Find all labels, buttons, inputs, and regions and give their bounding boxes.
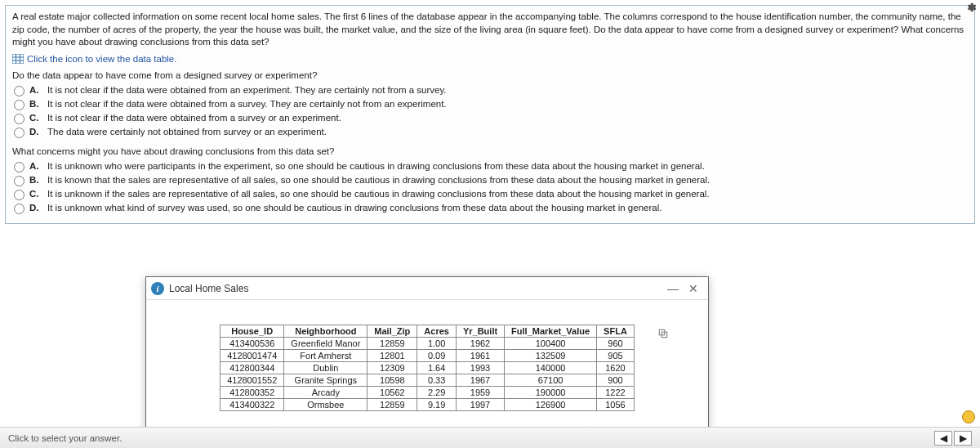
dialog-title: Local Home Sales (169, 283, 662, 294)
info-icon: i (151, 282, 164, 295)
option-letter: D. (29, 203, 42, 213)
table-header-row: House_IDNeighborhoodMail_ZipAcresYr_Buil… (220, 325, 635, 338)
table-cell: 1961 (456, 350, 504, 362)
table-header-cell: Full_Market_Value (505, 325, 597, 338)
table-cell: 12859 (368, 338, 417, 350)
table-row: 412800352Arcady105622.2919591900001222 (220, 387, 635, 399)
option-text: It is not clear if the data were obtaine… (47, 113, 341, 123)
option-text: It is unknown who were participants in t… (47, 161, 705, 171)
feedback-smiley-icon[interactable] (962, 410, 975, 423)
q1-option-b[interactable]: B.It is not clear if the data were obtai… (14, 99, 968, 110)
table-cell: 9.19 (417, 399, 457, 411)
close-button[interactable]: ✕ (684, 282, 703, 295)
q2-radio-d[interactable] (14, 204, 24, 214)
dialog-body: House_IDNeighborhoodMail_ZipAcresYr_Buil… (146, 300, 708, 419)
table-cell: 2.29 (417, 387, 457, 399)
q2-option-d[interactable]: D.It is unknown what kind of survey was … (14, 203, 968, 214)
q2-radio-c[interactable] (14, 190, 24, 200)
option-letter: C. (29, 189, 42, 199)
table-cell: 900 (597, 374, 635, 387)
table-cell: 100400 (505, 338, 597, 350)
minimize-button[interactable]: — (662, 282, 684, 295)
q1-radio-b[interactable] (14, 100, 24, 110)
table-row: 4128001552Granite Springs105980.33196767… (220, 374, 635, 387)
table-cell: Granite Springs (284, 374, 368, 387)
data-table-dialog: i Local Home Sales — ✕ House_IDNeighborh… (145, 276, 709, 440)
option-text: It is not clear if the data were obtaine… (47, 99, 447, 109)
q2-prompt: What concerns might you have about drawi… (12, 146, 968, 156)
table-cell: Ormsbee (284, 399, 368, 411)
option-text: It is unknown if the sales are represent… (47, 189, 710, 199)
table-cell: 0.33 (417, 374, 457, 387)
dialog-header: i Local Home Sales — ✕ (146, 277, 708, 300)
table-header-cell: SFLA (597, 325, 635, 338)
q1-prompt: Do the data appear to have come from a d… (12, 70, 968, 80)
q2-radio-b[interactable] (14, 176, 24, 186)
option-text: It is known that the sales are represent… (47, 175, 710, 185)
table-cell: 1993 (456, 362, 504, 374)
table-icon (12, 54, 24, 64)
table-cell: 4128001474 (220, 350, 284, 362)
question-intro: A real estate major collected informatio… (12, 11, 968, 49)
option-letter: C. (29, 113, 42, 123)
table-cell: 1056 (597, 399, 635, 411)
q1-radio-c[interactable] (14, 114, 24, 124)
table-row: 413400536Greenfield Manor128591.00196210… (220, 338, 635, 350)
option-text: The data were certainly not obtained fro… (47, 127, 327, 137)
q2-option-a[interactable]: A.It is unknown who were participants in… (14, 161, 968, 172)
option-letter: B. (29, 175, 42, 185)
next-button[interactable]: ▶ (954, 431, 972, 446)
table-cell: 1959 (456, 387, 504, 399)
table-header-cell: Yr_Built (456, 325, 504, 338)
q1-option-d[interactable]: D.The data were certainly not obtained f… (14, 127, 968, 138)
option-letter: B. (29, 99, 42, 109)
table-cell: 1222 (597, 387, 635, 399)
table-cell: 1620 (597, 362, 635, 374)
table-row: 412800344Dublin123091.6419931400001620 (220, 362, 635, 374)
q1-option-a[interactable]: A.It is not clear if the data were obtai… (14, 85, 968, 96)
q1-radio-a[interactable] (14, 86, 24, 96)
data-table: House_IDNeighborhoodMail_ZipAcresYr_Buil… (220, 325, 635, 411)
table-cell: 132509 (505, 350, 597, 362)
table-cell: 412800344 (220, 362, 284, 374)
table-cell: 1967 (456, 374, 504, 387)
settings-area (965, 2, 977, 15)
option-letter: A. (29, 85, 42, 95)
table-cell: 412800352 (220, 387, 284, 399)
table-header-cell: House_ID (220, 325, 284, 338)
table-cell: 12801 (368, 350, 417, 362)
footer-nav: ◀ ▶ (934, 431, 972, 446)
table-cell: 0.09 (417, 350, 457, 362)
table-cell: Arcady (284, 387, 368, 399)
q1-option-c[interactable]: C.It is not clear if the data were obtai… (14, 113, 968, 124)
table-cell: 12309 (368, 362, 417, 374)
view-data-table-link[interactable]: Click the icon to view the data table. (12, 54, 968, 64)
table-cell: 413400536 (220, 338, 284, 350)
table-cell: Fort Amherst (284, 350, 368, 362)
table-cell: 905 (597, 350, 635, 362)
q2-option-c[interactable]: C.It is unknown if the sales are represe… (14, 189, 968, 200)
q1-radio-d[interactable] (14, 128, 24, 138)
gear-icon[interactable] (965, 5, 977, 15)
table-header-cell: Acres (417, 325, 457, 338)
table-header-cell: Mail_Zip (368, 325, 417, 338)
table-cell: 67100 (505, 374, 597, 387)
table-cell: 190000 (505, 387, 597, 399)
table-cell: 4128001552 (220, 374, 284, 387)
table-cell: 1997 (456, 399, 504, 411)
q2-radio-a[interactable] (14, 162, 24, 172)
q2-option-b[interactable]: B.It is known that the sales are represe… (14, 175, 968, 186)
q2-options: A.It is unknown who were participants in… (14, 161, 968, 214)
table-cell: Dublin (284, 362, 368, 374)
footer-bar: Click to select your answer. ◀ ▶ (0, 427, 980, 448)
option-letter: A. (29, 161, 42, 171)
svg-rect-0 (12, 54, 24, 64)
table-cell: 140000 (505, 362, 597, 374)
prev-button[interactable]: ◀ (934, 431, 952, 446)
table-header-cell: Neighborhood (284, 325, 368, 338)
table-cell: 126900 (505, 399, 597, 411)
footer-hint: Click to select your answer. (8, 433, 122, 443)
copy-icon[interactable] (657, 328, 669, 341)
table-cell: 960 (597, 338, 635, 350)
q1-options: A.It is not clear if the data were obtai… (14, 85, 968, 138)
